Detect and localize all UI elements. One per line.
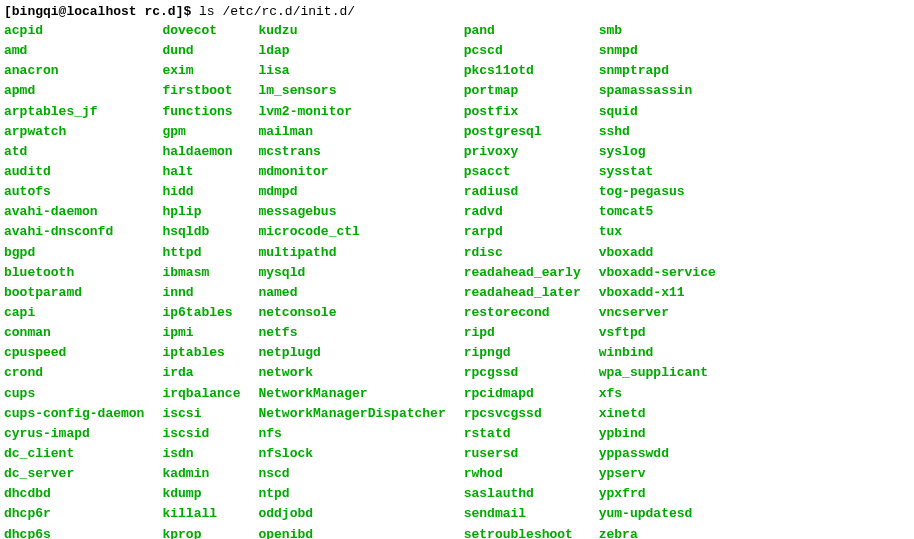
file-entry: squid	[599, 102, 716, 122]
file-entry: lvm2-monitor	[258, 102, 445, 122]
file-entry: sshd	[599, 122, 716, 142]
file-entry: ipmi	[162, 323, 240, 343]
file-entry: dovecot	[162, 21, 240, 41]
file-entry: innd	[162, 283, 240, 303]
file-entry: openibd	[258, 525, 445, 539]
file-entry: irqbalance	[162, 384, 240, 404]
file-entry: vncserver	[599, 303, 716, 323]
file-entry: dhcp6s	[4, 525, 144, 539]
file-entry: kadmin	[162, 464, 240, 484]
file-entry: radvd	[464, 202, 581, 222]
file-entry: rpcsvcgssd	[464, 404, 581, 424]
file-entry: functions	[162, 102, 240, 122]
file-entry: psacct	[464, 162, 581, 182]
file-entry: killall	[162, 504, 240, 524]
file-entry: ldap	[258, 41, 445, 61]
file-entry: NetworkManagerDispatcher	[258, 404, 445, 424]
file-entry: kudzu	[258, 21, 445, 41]
file-entry: vboxadd-service	[599, 263, 716, 283]
file-entry: pand	[464, 21, 581, 41]
file-entry: nfslock	[258, 444, 445, 464]
file-entry: pcscd	[464, 41, 581, 61]
file-entry: kdump	[162, 484, 240, 504]
file-entry: netplugd	[258, 343, 445, 363]
file-entry: gpm	[162, 122, 240, 142]
file-entry: tomcat5	[599, 202, 716, 222]
file-entry: readahead_early	[464, 263, 581, 283]
file-entry: mysqld	[258, 263, 445, 283]
file-entry: ntpd	[258, 484, 445, 504]
file-entry: snmptrapd	[599, 61, 716, 81]
column-1: dovecotdundeximfirstbootfunctionsgpmhald…	[162, 21, 258, 539]
file-entry: acpid	[4, 21, 144, 41]
file-entry: conman	[4, 323, 144, 343]
file-entry: exim	[162, 61, 240, 81]
file-entry: portmap	[464, 81, 581, 101]
terminal-prompt-line: [bingqi@localhost rc.d]$ ls /etc/rc.d/in…	[4, 4, 910, 19]
file-entry: hsqldb	[162, 222, 240, 242]
file-entry: readahead_later	[464, 283, 581, 303]
column-4: smbsnmpdsnmptrapdspamassassinsquidsshdsy…	[599, 21, 734, 539]
file-entry: capi	[4, 303, 144, 323]
file-entry: dund	[162, 41, 240, 61]
file-entry: nfs	[258, 424, 445, 444]
file-entry: yppasswdd	[599, 444, 716, 464]
file-entry: sendmail	[464, 504, 581, 524]
file-entry: hidd	[162, 182, 240, 202]
file-entry: bootparamd	[4, 283, 144, 303]
file-entry: zebra	[599, 525, 716, 539]
file-entry: iptables	[162, 343, 240, 363]
file-entry: syslog	[599, 142, 716, 162]
file-entry: ripngd	[464, 343, 581, 363]
file-entry: lisa	[258, 61, 445, 81]
file-entry: lm_sensors	[258, 81, 445, 101]
file-entry: rusersd	[464, 444, 581, 464]
file-entry: dc_client	[4, 444, 144, 464]
file-entry: mcstrans	[258, 142, 445, 162]
file-entry: cups	[4, 384, 144, 404]
file-entry: pkcs11otd	[464, 61, 581, 81]
file-entry: vboxadd-x11	[599, 283, 716, 303]
file-entry: cups-config-daemon	[4, 404, 144, 424]
file-entry: oddjobd	[258, 504, 445, 524]
file-entry: ypbind	[599, 424, 716, 444]
file-entry: haldaemon	[162, 142, 240, 162]
file-entry: snmpd	[599, 41, 716, 61]
file-entry: microcode_ctl	[258, 222, 445, 242]
file-entry: rstatd	[464, 424, 581, 444]
file-entry: auditd	[4, 162, 144, 182]
file-entry: hplip	[162, 202, 240, 222]
file-entry: rarpd	[464, 222, 581, 242]
file-entry: radiusd	[464, 182, 581, 202]
file-entry: rdisc	[464, 243, 581, 263]
file-entry: ip6tables	[162, 303, 240, 323]
file-entry: amd	[4, 41, 144, 61]
file-entry: yum-updatesd	[599, 504, 716, 524]
file-entry: ypserv	[599, 464, 716, 484]
column-0: acpidamdanacronapmdarptables_jfarpwatcha…	[4, 21, 162, 539]
file-entry: avahi-dnsconfd	[4, 222, 144, 242]
file-entry: restorecond	[464, 303, 581, 323]
file-entry: postgresql	[464, 122, 581, 142]
file-entry: named	[258, 283, 445, 303]
file-entry: winbind	[599, 343, 716, 363]
file-entry: smb	[599, 21, 716, 41]
file-entry: cyrus-imapd	[4, 424, 144, 444]
column-2: kudzuldaplisalm_sensorslvm2-monitormailm…	[258, 21, 463, 539]
file-entry: iscsi	[162, 404, 240, 424]
file-entry: wpa_supplicant	[599, 363, 716, 383]
prompt-user-host: [bingqi@localhost rc.d]$	[4, 4, 191, 19]
file-entry: arpwatch	[4, 122, 144, 142]
file-entry: dhcdbd	[4, 484, 144, 504]
file-entry: spamassassin	[599, 81, 716, 101]
file-entry: vsftpd	[599, 323, 716, 343]
file-entry: nscd	[258, 464, 445, 484]
file-entry: mailman	[258, 122, 445, 142]
file-entry: httpd	[162, 243, 240, 263]
file-entry: kprop	[162, 525, 240, 539]
file-entry: mdmonitor	[258, 162, 445, 182]
file-listing: acpidamdanacronapmdarptables_jfarpwatcha…	[4, 21, 910, 539]
file-entry: netfs	[258, 323, 445, 343]
file-entry: bluetooth	[4, 263, 144, 283]
file-entry: setroubleshoot	[464, 525, 581, 539]
